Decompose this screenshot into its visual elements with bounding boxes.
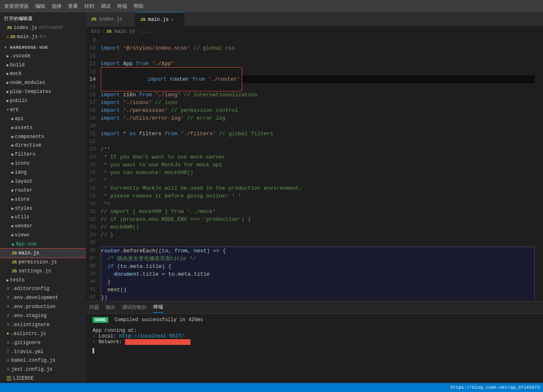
open-editors-title: 打开的编辑器 [0,12,86,23]
tree-env-staging[interactable]: ≡.env.staging [0,311,86,320]
terminal-network-line: - Network: [93,339,536,345]
tree-appvue[interactable]: ◆ App.vue [0,240,86,249]
tree-node-modules[interactable]: ▶node_modules [0,78,86,87]
tree-components[interactable]: ▶components [0,132,86,141]
tree-store[interactable]: ▶store [0,195,86,204]
tree-travisyml[interactable]: !.travis.yml [0,347,86,356]
warehouse-vue-title: ▾ WAREHOUSE-VUE [0,41,86,52]
tree-tests[interactable]: ▶tests [0,276,86,285]
tree-icons[interactable]: ▶icons [0,159,86,168]
tree-filters[interactable]: ▶filters [0,150,86,159]
open-file-indexjs-name: index.js [14,25,37,31]
code-line-10: import '@/styles/index.scss' // global c… [101,44,535,52]
menu-item-goto[interactable]: 转到 [84,3,94,10]
js-icon-tab-mainjs: JS [140,17,145,22]
breadcrumb: src › JS main.js › ... [86,27,543,36]
tree-permissionjs[interactable]: JS permission.js [0,258,86,267]
tree-api[interactable]: ▶api [0,114,86,123]
code-line-39: document.title = to.meta.title [101,270,534,278]
tree-babelconfig[interactable]: ≡babel.config.js [0,356,86,365]
code-line-35 [101,239,535,247]
tree-build[interactable]: ▶build [0,61,86,70]
editor-content[interactable]: 9 10 11 12 13 14 15 16 17 18 19 20 21 22… [86,36,543,301]
tree-styles[interactable]: ▶styles [0,204,86,213]
code-line-23: /** [101,145,535,153]
terminal-done-line: DONE Compiled successfully in 426ms [93,317,536,323]
tree-layout[interactable]: ▶layout [0,177,86,186]
code-line-36: router.beforeEach((to, from, next) => { [101,247,534,255]
tree-editorconfig[interactable]: ≡.editorconfig [0,285,86,294]
terminal-content[interactable]: DONE Compiled successfully in 426ms App … [86,314,543,383]
breadcrumb-sep1: › [102,29,105,34]
local-url[interactable]: http://localhost:9527/ [119,333,184,339]
tree-router[interactable]: ▶router [0,186,86,195]
code-line-28: * Currently MockJs will be used in the p… [101,184,535,192]
close-mainjs-button[interactable]: ✕ [171,17,174,22]
menu-item-help[interactable]: 帮助 [134,3,143,10]
tree-assets[interactable]: ▶assets [0,123,86,132]
code-line-30: */ [101,200,535,208]
terminal-app-running: App running at: [93,328,536,333]
tree-settingsjs[interactable]: JS settings.js [0,267,86,276]
js-icon-tab-indexjs: JS [91,17,96,22]
code-line-9 [101,36,535,44]
tree-vscode[interactable]: ▶.vscode [0,52,86,61]
terminal-tab-problems[interactable]: 问题 [89,302,99,313]
tree-eslintignore[interactable]: ≡.eslintignore [0,320,86,329]
tree-src[interactable]: ▾src [0,105,86,114]
code-line-34: // } [101,231,535,239]
tree-gitignore[interactable]: ◇.gitignore [0,338,86,347]
code-line-41: next() [101,286,534,294]
menu-item-debug[interactable]: 调试 [101,3,111,10]
tree-directive[interactable]: ▶directive [0,141,86,150]
cursor: ▌ [93,348,95,354]
tree-utils[interactable]: ▶utils [0,213,86,222]
code-line-42: }) [101,294,534,301]
tree-views[interactable]: ▶views [0,231,86,240]
terminal-tab-debug[interactable]: 调试控制台 [122,302,147,313]
code-line-25: * you want to use MockJs for mock api [101,161,535,169]
code-line-11 [101,52,535,60]
breadcrumb-sep2: › [137,29,140,34]
code-line-20 [101,122,535,130]
terminal-tab-output[interactable]: 输出 [106,302,116,313]
js-icon: JS [7,25,12,30]
menu-item-select[interactable]: 选择 [52,3,61,10]
tree-mainjs[interactable]: JS main.js [0,249,86,258]
open-file-mainjs-name: main.js [17,34,37,40]
tree-lang[interactable]: ▶lang [0,168,86,177]
tree-license[interactable]: ⚿LICENSE [0,374,86,383]
code-lines: import '@/styles/index.scss' // global c… [101,36,543,301]
breadcrumb-ellipsis: ... [141,29,150,34]
open-file-indexjs[interactable]: JS index.js src\router [0,23,86,32]
code-line-40: } [101,278,534,286]
code-line-18: import './permission' // permission cont… [101,106,535,114]
tree-public[interactable]: ▶public [0,96,86,105]
menu-item-edit[interactable]: 编辑 [35,3,45,10]
code-line-17: import './icons' // icon [101,99,535,106]
tree-mock[interactable]: ▶mock [0,70,86,79]
terminal-tab-terminal[interactable]: 终端 [153,302,163,313]
tree-plop-templates[interactable]: ▶plop-templates [0,87,86,96]
menu-bar: 资源管理器 编辑 选择 查看 转到 调试 终端 帮助 [0,0,543,12]
tree-env-dev[interactable]: ≡.env.development [0,293,86,302]
tab-mainjs[interactable]: JS main.js ✕ [135,12,184,27]
menu-item-explorer[interactable]: 资源管理器 [4,3,29,10]
code-line-24: * If you don't want to use mock-server [101,153,535,161]
tab-indexjs[interactable]: JS index.js [86,12,135,27]
terminal-panel: 问题 输出 调试控制台 终端 DONE Compiled successfull… [86,301,543,383]
tree-jestconfig[interactable]: ≡jest.config.js [0,365,86,374]
tab-indexjs-label: index.js [99,16,123,22]
code-line-22 [101,138,535,145]
line-numbers: 9 10 11 12 13 14 15 16 17 18 19 20 21 22… [86,36,101,301]
tree-eslintrc[interactable]: ●.eslintrc.js [0,329,86,338]
tree-vendor[interactable]: ▶vendor [0,222,86,231]
tree-env-prod[interactable]: ≡.env.production [0,302,86,311]
menu-item-terminal[interactable]: 终端 [117,3,127,10]
editor-area: 9 10 11 12 13 14 15 16 17 18 19 20 21 22… [86,36,543,383]
code-line-27: * [101,177,535,184]
open-file-mainjs[interactable]: ✕ JS main.js src [0,32,86,41]
terminal-tabs: 问题 输出 调试控制台 终端 [86,301,543,314]
js-icon-tree-mainjs: JS [11,251,17,256]
menu-item-view[interactable]: 查看 [68,3,78,10]
